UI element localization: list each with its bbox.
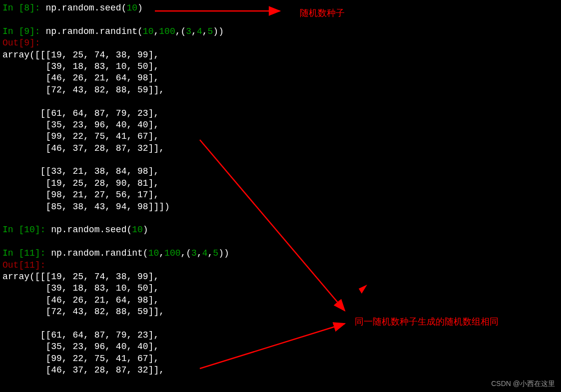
in-prompt-10: In [10]:	[2, 225, 51, 235]
array-11-line: [39, 18, 83, 10, 50],	[2, 283, 159, 293]
array-11-line: [72, 43, 82, 88, 59]],	[2, 307, 164, 317]
annotation-same-label: 同一随机数种子生成的随机数组相同	[355, 316, 499, 328]
code-10-arg: 10	[132, 225, 143, 235]
code-8-arg: 10	[126, 3, 137, 13]
code-9-post: ))	[213, 26, 224, 36]
code-10-post: )	[143, 225, 148, 235]
array-9-line: [72, 43, 82, 88, 59]],	[2, 85, 164, 95]
out-prompt-9: Out[9]:	[2, 38, 40, 48]
array-9-line: array([[[19, 25, 74, 38, 99],	[2, 50, 159, 60]
array-9-line: [85, 38, 43, 94, 98]]])	[2, 202, 170, 212]
code-10-pre: np.random.seed(	[51, 225, 132, 235]
out-prompt-11: Out[11]:	[2, 260, 45, 270]
array-9-line: [99, 22, 75, 41, 67],	[2, 131, 159, 141]
code-11-post: ))	[218, 248, 229, 258]
array-9-line: [46, 37, 28, 87, 32]],	[2, 143, 164, 153]
array-11-line: [46, 37, 28, 87, 32]],	[2, 365, 164, 375]
array-9-line: [35, 23, 96, 40, 40],	[2, 120, 159, 130]
array-9-line: [39, 18, 83, 10, 50],	[2, 61, 159, 71]
array-9-line: [98, 21, 27, 56, 17],	[2, 190, 159, 200]
array-11-line: array([[[19, 25, 74, 38, 99],	[2, 272, 159, 282]
in-prompt-8: In [8]:	[2, 3, 45, 13]
code-9-pre: np.random.randint(	[45, 26, 142, 36]
in-prompt-11: In [11]:	[2, 248, 51, 258]
array-9-line: [19, 25, 28, 90, 81],	[2, 178, 159, 188]
code-8-post: )	[137, 3, 143, 13]
code-11-pre: np.random.randint(	[51, 248, 148, 258]
array-9-line: [[33, 21, 38, 84, 98],	[2, 166, 159, 176]
annotation-seed-label: 随机数种子	[300, 7, 345, 19]
array-9-line: [46, 26, 21, 64, 98],	[2, 73, 159, 83]
array-9-line: [[61, 64, 87, 79, 23],	[2, 108, 159, 118]
array-11-line: [[61, 64, 87, 79, 23],	[2, 330, 159, 340]
array-11-line: [46, 26, 21, 64, 98],	[2, 295, 159, 305]
watermark: CSDN @小西在这里	[491, 379, 555, 388]
array-11-line: [99, 22, 75, 41, 67],	[2, 354, 159, 364]
code-8-pre: np.random.seed(	[45, 3, 126, 13]
array-11-line: [35, 23, 96, 40, 40],	[2, 342, 159, 352]
in-prompt-9: In [9]:	[2, 26, 45, 36]
